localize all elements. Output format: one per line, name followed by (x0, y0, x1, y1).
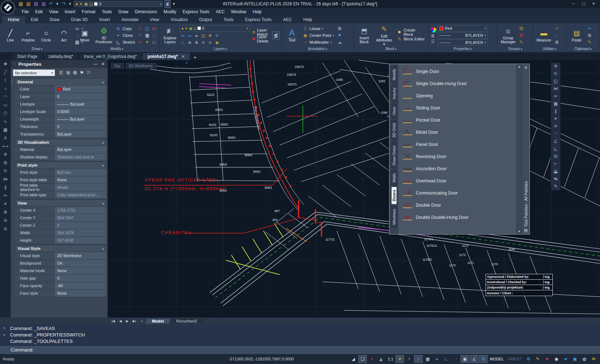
edit-icon[interactable]: ✎ (554, 184, 557, 189)
workspace-icon[interactable]: ▣ (571, 355, 579, 363)
annotation-monitor-icon[interactable]: ❏ (358, 355, 367, 363)
flag-icon[interactable]: ⚑ (336, 32, 343, 39)
property-value[interactable]: 0.5000 (55, 108, 106, 115)
property-value[interactable]: 294.1578 (55, 229, 106, 236)
trim-icon[interactable]: ⊟ (554, 154, 557, 159)
layer-page-icon[interactable]: ▣ (84, 2, 88, 6)
tablet-button[interactable]: TABLET (506, 357, 523, 361)
palette-close-icon[interactable]: ✕ (101, 62, 105, 67)
property-value[interactable]: ByLayer (55, 146, 106, 153)
dimension-icon[interactable]: ⟷ (2, 144, 8, 149)
group-remove-icon[interactable]: ⊠ (518, 32, 525, 39)
rotate-icon[interactable]: ↻ (554, 72, 557, 76)
layer-merge-icon[interactable]: ≙ (193, 40, 200, 46)
menu-dimensions[interactable]: Dimensions (132, 9, 161, 15)
palette-item-pocket-door[interactable]: Pocket Door (399, 114, 516, 126)
multileader-button[interactable]: ↗Multileader▾ (302, 39, 335, 45)
palette-item-overhead-door[interactable]: Overhead Door (399, 175, 516, 187)
property-value[interactable]: 1755.2721 (55, 207, 106, 214)
property-value[interactable]: 0 (55, 275, 106, 282)
ribbon-tab-tools[interactable]: Tools (218, 16, 239, 23)
palette-grip[interactable]: ⁞⁞ (14, 62, 16, 66)
annotation-scale-label[interactable]: 1:1 (386, 355, 395, 363)
annotation-edit-icon[interactable]: ✎ (533, 355, 542, 363)
save-as-icon[interactable]: ▥ (41, 0, 46, 8)
panel-label-modify[interactable]: Modify (74, 47, 159, 52)
select-icon[interactable]: ✥ (4, 62, 7, 67)
menu-window[interactable]: Window (228, 9, 250, 15)
insert-block-button[interactable]: ⬒Insert Block (356, 26, 373, 44)
undo-icon[interactable]: ↶ (48, 0, 54, 8)
break-icon[interactable]: ⬓ (554, 169, 557, 174)
chevron-down-icon[interactable]: ▾ (160, 3, 161, 6)
ribbon-tab-aec[interactable]: AEC (277, 16, 298, 23)
scroll-up-icon[interactable]: ▲ (518, 64, 521, 69)
property-value[interactable]: None (55, 290, 106, 297)
drawing-canvas[interactable]: Top 2D Wireframe VÝKOP PRE OPTICKÝ KÁBEL… (108, 60, 600, 318)
layer-state-manager-icon[interactable]: ≴ (272, 32, 279, 39)
redo-dropdown-icon[interactable]: ▾ (68, 0, 72, 8)
move-icon[interactable]: ✣ (4, 152, 7, 157)
join-icon[interactable]: ⊔ (151, 39, 157, 45)
linetype-combo[interactable]: ────BYLAYER▾ (438, 39, 488, 46)
scroll-down-icon[interactable]: ▼ (518, 229, 521, 234)
palette-tab-3d-orbit[interactable]: 3D Orbit (391, 120, 397, 141)
ribbon-tab-home[interactable]: Home (2, 16, 25, 23)
snap-marker-icon[interactable]: ◢ (349, 355, 358, 363)
etrack-icon[interactable]: ∠ (470, 355, 478, 363)
chamfer-icon[interactable]: ∠ (554, 139, 558, 144)
ribbon-tab-output[interactable]: Output (193, 16, 218, 23)
fullscreen-icon[interactable]: ⬈ (561, 355, 570, 363)
array-icon[interactable]: ▦ (144, 32, 151, 39)
layer-dim-icon[interactable]: ≛ (207, 40, 213, 46)
section-header[interactable]: View▴ (15, 200, 106, 207)
polyline-icon[interactable]: ⌇ (4, 78, 6, 83)
next-tab-icon[interactable]: ▶ (124, 319, 131, 323)
undo-dropdown-icon[interactable]: ▾ (55, 0, 59, 8)
circle-icon[interactable]: ○ (4, 86, 6, 91)
layer-on-icon[interactable]: ● (75, 2, 78, 6)
property-value[interactable]: 0 (55, 222, 106, 229)
rotate-icon[interactable]: ↻ (137, 25, 144, 32)
linear-dim-button[interactable]: ⎕Linear▾ (302, 26, 335, 32)
prev-tab-icon[interactable]: ◀ (117, 319, 124, 323)
grid-display-icon[interactable]: ▦ (423, 355, 432, 363)
zoom-out-icon[interactable]: ⊖ (4, 218, 7, 223)
property-value[interactable]: 157.6242 (55, 237, 106, 244)
ribbon-tab-visualize[interactable]: Visualize (165, 16, 193, 23)
array-icon[interactable]: ▦ (554, 102, 557, 106)
polygon-icon[interactable]: ⬠ (4, 111, 7, 116)
trim-icon[interactable]: ✂ (4, 193, 7, 198)
quick-select-icon[interactable]: ⋿ (59, 70, 63, 75)
panel-label-draw[interactable]: Draw (0, 47, 74, 52)
panel-label-block[interactable]: Block (354, 47, 429, 52)
new-file-icon[interactable]: ▧ (18, 0, 24, 8)
snap-grid-icon[interactable]: ∷ (414, 355, 423, 363)
app-logo-icon[interactable] (1, 0, 15, 15)
minimize-button[interactable]: ─ (569, 0, 579, 7)
rotate-icon[interactable]: ↻ (4, 168, 7, 173)
rectangle-icon[interactable]: ▭ (3, 103, 7, 108)
property-value[interactable]: 0 (55, 123, 106, 130)
property-value[interactable]: ByColor (55, 169, 106, 176)
menu-express-tools[interactable]: Express Tools (179, 9, 212, 15)
tool-palette-scrollbar[interactable]: ▲ ▼ (516, 64, 522, 234)
palette-item-single-door[interactable]: Single Door (399, 65, 516, 78)
property-value[interactable]: 0 (55, 93, 106, 100)
zoom-extents-icon[interactable]: ◎ (4, 226, 7, 231)
palette-tab-view[interactable]: View (391, 104, 397, 119)
new-layout-icon[interactable]: ＋ (138, 319, 146, 324)
panel-label-clipboard[interactable]: Clipboard (566, 47, 600, 52)
model-space-button[interactable]: MODEL (488, 357, 505, 361)
layer-walk-icon[interactable]: ≚ (200, 40, 207, 46)
qat-customize-icon[interactable]: ▾ (172, 0, 176, 8)
panel-label-layers[interactable]: Layers (160, 47, 281, 52)
redo-icon[interactable]: ↷ (61, 0, 67, 8)
mirror-icon[interactable]: ⋈ (151, 25, 157, 32)
color-wheel-icon[interactable] (431, 27, 436, 33)
point-icon[interactable]: ∷ (554, 32, 560, 39)
property-value[interactable]: ByLayer (55, 131, 106, 138)
property-value[interactable]: Model (55, 184, 106, 191)
doc-tab-start-page[interactable]: Start Page (12, 53, 43, 60)
layer-prev-icon[interactable]: ≘ (187, 40, 193, 46)
